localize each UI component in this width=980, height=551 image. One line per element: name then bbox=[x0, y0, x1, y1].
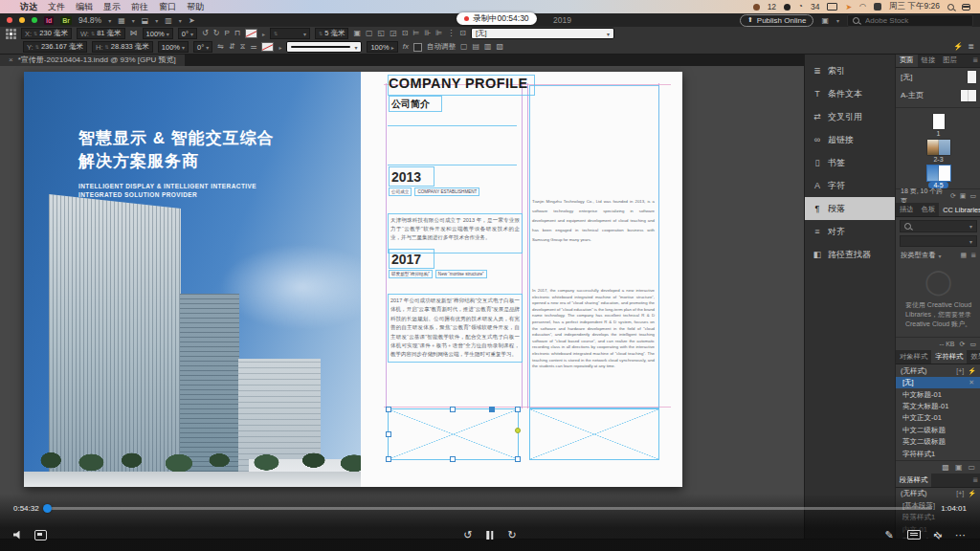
height-field[interactable]: H:⇅28.833 毫米 bbox=[92, 41, 153, 53]
page-1-thumbnail[interactable] bbox=[933, 114, 945, 129]
selection-handle[interactable] bbox=[386, 456, 391, 462]
align-center-icon[interactable]: ⊪ bbox=[424, 30, 431, 37]
character-style-row[interactable]: 字符样式1 bbox=[896, 448, 980, 459]
spread-4-5-thumbnails[interactable] bbox=[927, 165, 950, 181]
tab-swatches[interactable]: 色板 bbox=[918, 203, 940, 216]
fit-frame-to-content-icon[interactable]: ◱ bbox=[378, 30, 386, 37]
spotlight-search-icon[interactable] bbox=[947, 4, 954, 11]
menu-edit[interactable]: 编辑 bbox=[76, 1, 93, 13]
fit-content-proportionally-icon[interactable]: ▢ bbox=[366, 30, 373, 37]
stroke-weight-field[interactable]: ⇅▾ bbox=[270, 28, 310, 39]
new-style-icon[interactable]: ▣ bbox=[955, 463, 963, 472]
center-content-icon[interactable]: ⊡ bbox=[402, 30, 409, 37]
wrap-object-shape-icon[interactable]: ▥ bbox=[484, 43, 492, 51]
dock-item-paragraph[interactable]: ¶段落 bbox=[805, 197, 895, 220]
master-a-thumbnail[interactable] bbox=[961, 90, 976, 101]
pause-button[interactable] bbox=[487, 531, 494, 540]
placeholder-frame-right[interactable] bbox=[529, 408, 659, 460]
share-icon[interactable]: ➤ bbox=[189, 16, 195, 25]
edit-page-size-icon[interactable]: ⟳ bbox=[950, 192, 956, 200]
wrap-jump-icon[interactable]: ▧ bbox=[497, 43, 504, 51]
flip-vertical-icon[interactable]: ⇵ bbox=[229, 43, 235, 51]
page-spread[interactable]: 智慧显示 & 智能交互综合 解决方案服务商 INTELLIGENT DISPLA… bbox=[24, 72, 682, 487]
selection-handle[interactable] bbox=[386, 431, 391, 437]
app-status-icon[interactable] bbox=[753, 4, 760, 11]
upload-arrow-icon[interactable]: ➤ bbox=[845, 3, 852, 11]
control-center-icon[interactable] bbox=[962, 4, 970, 11]
tab-stroke[interactable]: 描边 bbox=[896, 203, 918, 216]
delete-style-icon[interactable]: ▭ bbox=[968, 463, 975, 472]
stroke-style-dropdown[interactable]: ▾ bbox=[286, 41, 362, 53]
rewind-icon[interactable]: ↺ bbox=[463, 530, 472, 540]
opacity-caret-icon[interactable]: ▸ bbox=[391, 44, 394, 51]
thumbnail-strip-icon[interactable] bbox=[34, 530, 47, 540]
align-left-icon[interactable]: ⊨ bbox=[412, 30, 419, 37]
menu-window[interactable]: 窗口 bbox=[159, 1, 176, 13]
fill-frame-proportionally-icon[interactable]: ▣ bbox=[353, 30, 361, 37]
fill-caret-icon[interactable]: ▸ bbox=[262, 31, 265, 37]
distribute-icon[interactable]: ⋮ bbox=[447, 30, 455, 37]
tab-object-styles[interactable]: 对象样式 bbox=[896, 350, 931, 364]
auto-fit-checkbox[interactable] bbox=[413, 43, 422, 52]
dock-item-hyperlinks[interactable]: ∞超链接 bbox=[805, 128, 895, 151]
list-view-icon[interactable]: ≣ bbox=[970, 252, 976, 259]
tag-row-2013[interactable]: 公司成立 COMPANY ESTABLISHMENT bbox=[389, 187, 479, 196]
year-2017-label[interactable]: 2017 bbox=[389, 249, 434, 269]
libraries-search-caret-icon[interactable]: ▾ bbox=[969, 223, 972, 230]
selection-handle[interactable] bbox=[515, 407, 521, 412]
paragraph-2017-cn[interactable]: 2017 年公司成功研发新型“榫卯结构”交互式电子白板一体机，开启“云享”教育新… bbox=[388, 294, 523, 363]
stock-search-field[interactable] bbox=[847, 14, 973, 27]
stroke-weight-stepper-icon[interactable]: ⇅ bbox=[274, 32, 278, 36]
y-stepper-icon[interactable]: ⇅ bbox=[35, 45, 39, 50]
document-canvas[interactable]: 智慧显示 & 智能交互综合 解决方案服务商 INTELLIGENT DISPLA… bbox=[0, 66, 804, 551]
library-trash-icon[interactable]: ▭ bbox=[969, 341, 976, 348]
more-options-icon[interactable]: ⋯ bbox=[955, 530, 966, 540]
character-style-row[interactable]: 中文正文-01 bbox=[896, 412, 980, 424]
company-profile-subtitle[interactable]: 公司简介 bbox=[389, 96, 442, 112]
rotate-ccw-icon[interactable]: ↺ bbox=[202, 30, 209, 37]
volume-icon[interactable] bbox=[13, 531, 23, 540]
paragraph-styles-menu-icon[interactable]: ≣ bbox=[972, 476, 980, 484]
paragraph-2017-en[interactable]: In 2017, the company successfully develo… bbox=[532, 288, 655, 372]
dock-item-cross-references[interactable]: ⇄交叉引用 bbox=[805, 105, 895, 128]
fill-swatch-none[interactable] bbox=[245, 29, 257, 38]
corner-stepper-icon[interactable]: ⇅ bbox=[319, 32, 323, 36]
selection-handle[interactable] bbox=[450, 407, 456, 412]
wrap-none-icon[interactable]: ▢ bbox=[460, 43, 468, 51]
menu-finder[interactable]: 访达 bbox=[20, 1, 37, 13]
stroke-caret-icon[interactable]: ▸ bbox=[278, 44, 281, 51]
stroke-style-caret-icon[interactable]: ▾ bbox=[354, 44, 357, 51]
rotate-cw-icon[interactable]: ↻ bbox=[213, 30, 220, 37]
bridge-icon[interactable]: Br bbox=[60, 16, 72, 25]
character-style-row[interactable]: [无]✕ bbox=[896, 377, 980, 388]
pages-panel-menu-icon[interactable]: ≣ bbox=[972, 56, 980, 64]
panel-menu-icon[interactable]: ≣ bbox=[968, 43, 974, 51]
object-style-dropdown[interactable]: [无]▾ bbox=[471, 28, 614, 39]
window-zoom-button[interactable] bbox=[32, 17, 37, 23]
corner-radius-field[interactable]: ⇅5 毫米 bbox=[315, 28, 348, 39]
h-stepper-icon[interactable]: ⇅ bbox=[105, 45, 109, 50]
close-tab-icon[interactable]: × bbox=[9, 55, 13, 64]
character-style-row[interactable]: 英文大标题-01 bbox=[896, 401, 980, 412]
zoom-caret-icon[interactable]: ▾ bbox=[108, 17, 111, 24]
new-style-group-icon[interactable]: ▩ bbox=[942, 463, 949, 472]
player-progress-knob[interactable] bbox=[43, 504, 52, 513]
wifi-icon[interactable]: ◠ bbox=[859, 3, 866, 11]
object-style-caret-icon[interactable]: ▾ bbox=[607, 31, 610, 37]
tab-links[interactable]: 链接 bbox=[918, 54, 940, 67]
cover-headline-block[interactable]: 智慧显示 & 智能交互综合 解决方案服务商 INTELLIGENT DISPLA… bbox=[78, 127, 275, 199]
tab-effects[interactable]: 效果 bbox=[967, 350, 980, 364]
keyboard-panel-icon[interactable] bbox=[907, 530, 921, 540]
selection-handle[interactable] bbox=[450, 456, 456, 462]
clear-transform-icon[interactable]: ⧖ bbox=[240, 43, 246, 51]
shear-field[interactable]: 0°▾ bbox=[193, 41, 212, 53]
menu-file[interactable]: 文件 bbox=[48, 1, 65, 13]
spread-2-3-thumbnails[interactable] bbox=[927, 140, 950, 155]
add-style-icon[interactable]: [+] bbox=[956, 367, 964, 375]
display-mirroring-icon[interactable] bbox=[827, 3, 837, 11]
menu-view[interactable]: 显示 bbox=[103, 1, 121, 13]
spread-2-3-row[interactable]: 2-3 bbox=[896, 140, 980, 163]
align-right-icon[interactable]: ⊫ bbox=[435, 30, 442, 37]
workspace-switcher-icon[interactable]: ▣ bbox=[821, 16, 829, 25]
view-options-caret-icon[interactable]: ▾ bbox=[132, 17, 135, 24]
